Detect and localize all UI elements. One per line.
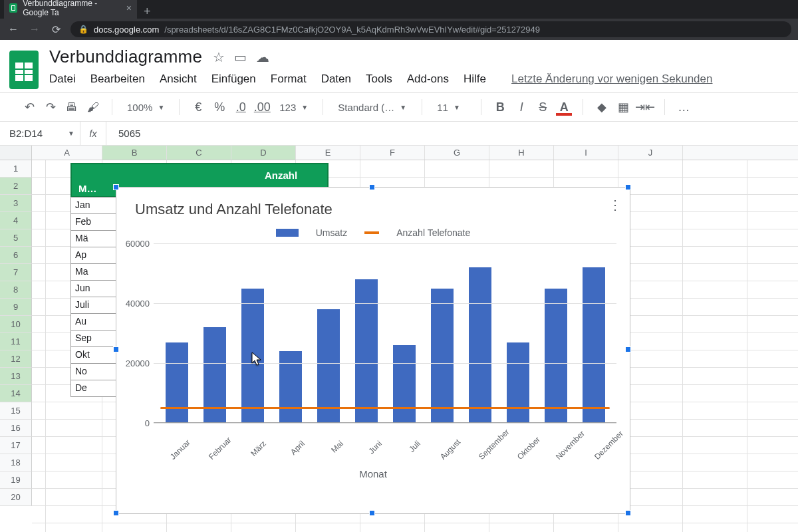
menu-tools[interactable]: Tools xyxy=(366,72,392,86)
currency-button[interactable]: € xyxy=(189,98,207,116)
spreadsheet-grid[interactable]: ABCDEFGHIJ 12345678910111213141516171819… xyxy=(0,146,798,532)
move-icon[interactable]: ▭ xyxy=(234,49,247,65)
menu-addons[interactable]: Add-ons xyxy=(407,72,449,86)
menu-datei[interactable]: Datei xyxy=(49,72,76,86)
formula-input[interactable]: 5065 xyxy=(106,128,140,139)
toolbar: ↶ ↷ 🖶 🖌 100%▼ € % .0 .00 123▼ Standard (… xyxy=(0,92,798,122)
decrease-decimal-button[interactable]: .0 xyxy=(231,98,250,116)
doc-title[interactable]: Verbunddiagramme xyxy=(49,47,202,67)
increase-decimal-button[interactable]: .00 xyxy=(253,98,271,116)
column-header-I[interactable]: I xyxy=(554,146,618,160)
row-header-12[interactable]: 12 xyxy=(0,350,32,368)
column-header-C[interactable]: C xyxy=(167,146,231,160)
browser-tab[interactable]: Verbunddiagramme - Google Ta × xyxy=(4,0,137,19)
row-header-17[interactable]: 17 xyxy=(0,437,32,454)
column-header-A[interactable]: A xyxy=(32,146,102,160)
row-header-1[interactable]: 1 xyxy=(0,160,32,178)
row-header-3[interactable]: 3 xyxy=(0,195,32,212)
print-button[interactable]: 🖶 xyxy=(63,98,81,116)
reload-button[interactable]: ⟳ xyxy=(49,23,63,36)
row-header-14[interactable]: 14 xyxy=(0,385,32,402)
chart-line xyxy=(160,407,610,409)
column-header-G[interactable]: G xyxy=(425,146,489,160)
select-all-corner[interactable] xyxy=(0,146,32,160)
row-header-6[interactable]: 6 xyxy=(0,247,32,264)
font-size-dropdown[interactable]: 11▼ xyxy=(432,98,471,116)
borders-button[interactable]: ▦ xyxy=(614,98,632,116)
row-header-7[interactable]: 7 xyxy=(0,264,32,281)
row-header-9[interactable]: 9 xyxy=(0,299,32,316)
bold-button[interactable]: B xyxy=(491,98,509,116)
url-path: /spreadsheets/d/16sZAG8C1FMz0CafkjO2OY9A… xyxy=(164,25,540,35)
row-header-20[interactable]: 20 xyxy=(0,489,32,506)
menu-bearbeiten[interactable]: Bearbeiten xyxy=(90,72,145,86)
column-header-F[interactable]: F xyxy=(360,146,425,160)
paint-format-button[interactable]: 🖌 xyxy=(84,98,102,116)
row-header-18[interactable]: 18 xyxy=(0,454,32,471)
undo-button[interactable]: ↶ xyxy=(20,98,39,116)
sheets-favicon xyxy=(9,3,17,13)
column-header-D[interactable]: D xyxy=(231,146,296,160)
percent-button[interactable]: % xyxy=(210,98,229,116)
close-tab-icon[interactable]: × xyxy=(126,3,132,13)
menu-ansicht[interactable]: Ansicht xyxy=(160,72,197,86)
chart-bar xyxy=(317,309,340,423)
text-color-button[interactable]: A xyxy=(555,99,573,115)
menu-format[interactable]: Format xyxy=(271,72,307,86)
row-header-2[interactable]: 2 xyxy=(0,178,32,195)
redo-button[interactable]: ↷ xyxy=(41,98,60,116)
menu-daten[interactable]: Daten xyxy=(321,72,351,86)
menu-bar: Datei Bearbeiten Ansicht Einfügen Format… xyxy=(49,67,789,92)
name-box[interactable]: B2:D14▼ xyxy=(0,128,80,139)
doc-header: Verbunddiagramme ☆ ▭ ☁ Datei Bearbeiten … xyxy=(0,40,798,92)
cloud-status-icon[interactable]: ☁ xyxy=(256,49,269,65)
chart-plot-area: 0200004000060000 xyxy=(154,243,616,423)
legend-label-telefonate: Anzahl Telefonate xyxy=(396,227,470,238)
row-header-8[interactable]: 8 xyxy=(0,281,32,299)
menu-hilfe[interactable]: Hilfe xyxy=(464,72,486,86)
italic-button[interactable]: I xyxy=(512,98,531,116)
column-header-B[interactable]: B xyxy=(102,146,167,160)
chart-ytick: 60000 xyxy=(120,239,150,249)
chart-bar xyxy=(431,289,454,424)
column-header-H[interactable]: H xyxy=(489,146,554,160)
url-input[interactable]: 🔒 docs.google.com/spreadsheets/d/16sZAG8… xyxy=(70,21,791,37)
row-header-19[interactable]: 19 xyxy=(0,471,32,489)
row-header-4[interactable]: 4 xyxy=(0,212,32,229)
font-dropdown[interactable]: Standard (…▼ xyxy=(332,98,412,116)
number-format-dropdown[interactable]: 123▼ xyxy=(274,98,313,116)
lock-icon: 🔒 xyxy=(78,25,88,34)
column-header-J[interactable]: J xyxy=(618,146,683,160)
row-header-5[interactable]: 5 xyxy=(0,229,32,247)
last-edit-link[interactable]: Letzte Änderung vor wenigen Sekunden xyxy=(511,72,712,86)
chart-object[interactable]: ⋮ Umsatz und Anzahl Telefonate Umsatz An… xyxy=(116,187,630,514)
chart-menu-icon[interactable]: ⋮ xyxy=(608,197,623,213)
table-header-anzahl: Anzahl xyxy=(265,170,297,181)
row-header-10[interactable]: 10 xyxy=(0,316,32,333)
chart-legend: Umsatz Anzahl Telefonate xyxy=(116,218,630,243)
new-tab-button[interactable]: + xyxy=(140,5,155,19)
row-header-15[interactable]: 15 xyxy=(0,402,32,420)
menu-einfuegen[interactable]: Einfügen xyxy=(211,72,256,86)
fill-color-button[interactable]: ◆ xyxy=(593,98,611,116)
strike-button[interactable]: S xyxy=(533,98,552,116)
more-toolbar-button[interactable]: … xyxy=(674,98,693,116)
column-headers: ABCDEFGHIJ xyxy=(0,146,798,160)
browser-chrome: Verbunddiagramme - Google Ta × + ← → ⟳ 🔒… xyxy=(0,0,798,40)
row-header-13[interactable]: 13 xyxy=(0,368,32,385)
sheets-logo-icon[interactable] xyxy=(9,51,39,89)
table-header-month: M… xyxy=(78,183,97,194)
chart-bar xyxy=(279,351,302,423)
row-header-11[interactable]: 11 xyxy=(0,333,32,350)
row-header-16[interactable]: 16 xyxy=(0,420,32,437)
chart-bar xyxy=(166,342,188,424)
merge-button[interactable]: ⇥⇤ xyxy=(635,98,655,116)
chart-ytick: 40000 xyxy=(120,299,150,309)
star-icon[interactable]: ☆ xyxy=(213,49,225,65)
formula-bar: B2:D14▼ fx 5065 xyxy=(0,122,798,146)
zoom-dropdown[interactable]: 100%▼ xyxy=(122,98,170,116)
legend-swatch-line xyxy=(364,231,379,234)
column-header-E[interactable]: E xyxy=(296,146,360,160)
forward-button[interactable]: → xyxy=(28,23,41,35)
back-button[interactable]: ← xyxy=(7,23,20,35)
